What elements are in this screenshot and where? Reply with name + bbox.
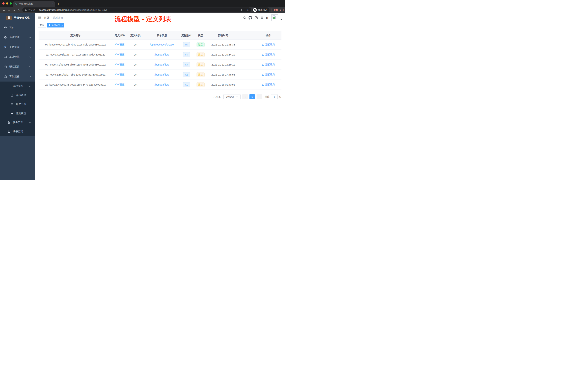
sidebar-item-process-form[interactable]: 流程表单 bbox=[0, 91, 35, 100]
sidebar-item-label: 流程表单 bbox=[16, 94, 31, 97]
tab-close-icon[interactable]: × bbox=[52, 2, 53, 5]
window-zoom-button[interactable] bbox=[10, 2, 12, 5]
annotation-title: 流程模型 - 定义列表 bbox=[115, 15, 171, 23]
sidebar-item-process-manage[interactable]: 流程管理 bbox=[0, 82, 35, 91]
gear-icon bbox=[4, 36, 7, 39]
window-close-button[interactable] bbox=[2, 2, 5, 5]
breadcrumb-separator: / bbox=[51, 16, 52, 19]
github-icon[interactable] bbox=[249, 16, 252, 20]
page-1-button[interactable]: 1 bbox=[250, 94, 255, 99]
back-icon[interactable]: ← bbox=[1, 8, 6, 12]
column-header: 定义名称 bbox=[112, 31, 127, 40]
font-size-icon[interactable]: tT bbox=[266, 16, 269, 19]
incognito-icon bbox=[253, 8, 257, 12]
sidebar-item-infrastructure[interactable]: 基础设施 bbox=[0, 52, 35, 62]
sidebar-item-workflow[interactable]: 工作流程 bbox=[0, 72, 35, 82]
next-page-button[interactable]: › bbox=[257, 94, 262, 99]
definition-category: OA bbox=[127, 60, 144, 69]
chevron-down-icon bbox=[29, 37, 31, 38]
sidebar-item-label: 系统管理 bbox=[9, 36, 28, 39]
assign-rule-button[interactable]: 分配规则 bbox=[262, 43, 275, 46]
tag-close-icon[interactable]: × bbox=[62, 24, 63, 26]
sidebar-item-dev-tools[interactable]: 研发工具 bbox=[0, 62, 35, 72]
password-key-icon[interactable] bbox=[240, 9, 244, 11]
sidebar-item-system[interactable]: 系统管理 bbox=[0, 33, 35, 42]
form-link[interactable]: /bpm/oa/flow bbox=[155, 63, 169, 66]
new-tab-button[interactable]: + bbox=[56, 1, 61, 7]
sidebar-item-label: 任务管理 bbox=[13, 121, 28, 124]
definition-name-link[interactable]: OA 请假 bbox=[115, 43, 124, 46]
deploy-time: 2022-01-22 20:34:10 bbox=[208, 50, 238, 59]
monitor-icon bbox=[4, 55, 7, 59]
status-badge: 挂起 bbox=[197, 82, 205, 87]
tree-icon bbox=[7, 121, 10, 124]
column-header: 流程版本 bbox=[180, 31, 193, 40]
goto-page-input[interactable] bbox=[271, 94, 278, 99]
chevron-down-icon bbox=[236, 96, 238, 98]
url-text[interactable]: dashboard.yudao.iocoder.cn/bpm/manager/d… bbox=[39, 9, 107, 11]
svg-text:?: ? bbox=[256, 17, 257, 19]
sidebar-item-label: 流程管理 bbox=[13, 85, 28, 88]
prev-page-button[interactable]: ‹ bbox=[242, 94, 248, 99]
column-header: 部署时间 bbox=[208, 31, 238, 40]
browser-toolbar: ← → ⌂ 不安全 dashboard.yudao.iocoder.cn/bpm… bbox=[0, 7, 285, 13]
form-link[interactable]: /bpm/oa/flow bbox=[155, 73, 169, 76]
tag-home[interactable]: 首页 bbox=[38, 23, 46, 27]
browser-tab[interactable]: 芋道管理系统 × bbox=[13, 1, 55, 7]
form-link[interactable]: /bpm/oa/flow bbox=[155, 83, 169, 86]
sidebar-logo[interactable]: 芋道管理系统 bbox=[0, 13, 35, 22]
sidebar-item-label: 工作流程 bbox=[9, 75, 28, 78]
avatar[interactable] bbox=[272, 14, 278, 21]
sidebar-item-task-manage[interactable]: 任务管理 bbox=[0, 118, 35, 127]
tag-process-definition[interactable]: 流程定义 × bbox=[47, 23, 64, 27]
breadcrumb-home[interactable]: 首页 bbox=[44, 16, 49, 20]
yen-icon: ¥ bbox=[4, 46, 7, 49]
assign-rule-button[interactable]: 分配规则 bbox=[262, 63, 275, 66]
fullscreen-icon[interactable] bbox=[260, 16, 264, 20]
chevron-down-icon bbox=[29, 47, 31, 48]
search-icon[interactable] bbox=[243, 16, 246, 20]
browser-tabstrip: 芋道管理系统 × + bbox=[0, 0, 285, 7]
version-badge: v5 bbox=[183, 42, 190, 47]
sidebar-item-payment[interactable]: ¥ 支付管理 bbox=[0, 42, 35, 52]
definition-name-link[interactable]: OA 请假 bbox=[115, 63, 124, 66]
person-icon bbox=[262, 54, 264, 56]
breadcrumb-current: 流程定义 bbox=[53, 16, 63, 20]
forward-icon[interactable]: → bbox=[6, 8, 11, 12]
toolbox-icon bbox=[4, 65, 7, 68]
assign-rule-button[interactable]: 分配规则 bbox=[262, 73, 275, 76]
definition-name-link[interactable]: OA 请假 bbox=[115, 83, 124, 86]
main-area: 流程模型 - 定义列表 首页 / 流程定义 bbox=[35, 13, 285, 180]
definition-name-link[interactable]: OA 请假 bbox=[115, 53, 124, 56]
assign-rule-button[interactable]: 分配规则 bbox=[262, 53, 275, 56]
reload-icon[interactable] bbox=[11, 8, 16, 12]
update-label: 更新 bbox=[273, 8, 278, 11]
sidebar-item-leave-query[interactable]: 请假查询 bbox=[0, 127, 35, 136]
sidebar-item-home[interactable]: 首页 bbox=[0, 22, 35, 33]
workflow-submenu: 流程管理 流程表单 用户分组 bbox=[0, 82, 35, 136]
sidebar-item-label: 支付管理 bbox=[9, 45, 28, 49]
document-edit-icon bbox=[10, 94, 14, 97]
chevron-down-icon bbox=[29, 56, 31, 58]
deploy-time: 2022-01-22 19:19:11 bbox=[208, 60, 238, 69]
bookmark-star-icon[interactable]: ☆ bbox=[246, 8, 250, 12]
window-controls bbox=[2, 2, 12, 5]
status-badge: 挂起 bbox=[197, 72, 205, 77]
definition-name-link[interactable]: OA 请假 bbox=[115, 73, 124, 76]
avatar-caret-icon[interactable] bbox=[281, 19, 282, 20]
sidebar-collapse-icon[interactable] bbox=[38, 16, 41, 19]
assign-rule-button[interactable]: 分配规则 bbox=[262, 83, 275, 86]
window-minimize-button[interactable] bbox=[6, 2, 8, 5]
form-link[interactable]: /bpm/oa/leave/create bbox=[150, 43, 174, 46]
browser-update-menu-button[interactable]: 更新 ⋮ bbox=[271, 8, 284, 12]
address-bar[interactable]: 不安全 dashboard.yudao.iocoder.cn/bpm/manag… bbox=[22, 8, 251, 12]
column-header: 操作 bbox=[255, 31, 282, 40]
incognito-badge: 无痕模式 bbox=[252, 8, 269, 12]
sidebar-item-user-group[interactable]: 用户分组 bbox=[0, 100, 35, 109]
sidebar-item-process-model[interactable]: 流程模型 bbox=[0, 109, 35, 118]
form-link[interactable]: /bpm/oa/flow bbox=[155, 53, 169, 56]
security-label[interactable]: 不安全 bbox=[28, 8, 35, 11]
page-size-select[interactable]: 10条/页 bbox=[223, 94, 241, 99]
home-icon[interactable]: ⌂ bbox=[16, 8, 21, 12]
help-icon[interactable]: ? bbox=[254, 16, 258, 20]
